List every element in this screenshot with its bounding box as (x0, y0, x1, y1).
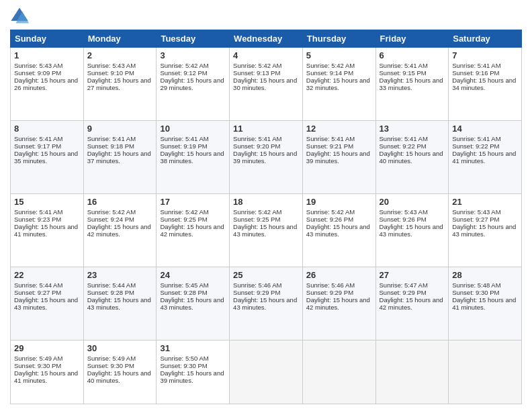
day-number: 20 (380, 197, 445, 207)
daylight-text: Daylight: 15 hours and 40 minutes. (380, 150, 445, 165)
daylight-text: Daylight: 15 hours and 43 minutes. (380, 223, 445, 238)
calendar-cell: 19Sunrise: 5:42 AMSunset: 9:26 PMDayligh… (302, 193, 375, 267)
daylight-text: Daylight: 15 hours and 41 minutes. (452, 296, 518, 311)
calendar-cell: 3Sunrise: 5:42 AMSunset: 9:12 PMDaylight… (157, 48, 230, 121)
sunset-text: Sunset: 9:30 PM (452, 289, 518, 296)
sunrise-text: Sunrise: 5:42 AM (306, 62, 372, 69)
calendar-cell: 14Sunrise: 5:41 AMSunset: 9:22 PMDayligh… (449, 120, 522, 193)
sunrise-text: Sunrise: 5:43 AM (380, 208, 445, 216)
calendar-cell: 18Sunrise: 5:42 AMSunset: 9:25 PMDayligh… (230, 193, 303, 267)
sunrise-text: Sunrise: 5:41 AM (87, 135, 153, 142)
sunrise-text: Sunrise: 5:43 AM (14, 62, 80, 69)
logo (10, 7, 32, 26)
logo-icon (10, 7, 29, 26)
daylight-text: Daylight: 15 hours and 43 minutes. (14, 296, 80, 311)
calendar-cell: 9Sunrise: 5:41 AMSunset: 9:18 PMDaylight… (83, 120, 157, 193)
day-number: 14 (452, 124, 518, 134)
sunset-text: Sunset: 9:25 PM (160, 216, 226, 223)
sunrise-text: Sunrise: 5:49 AM (14, 355, 80, 362)
sunrise-text: Sunrise: 5:41 AM (452, 62, 518, 69)
day-number: 17 (160, 197, 226, 207)
daylight-text: Daylight: 15 hours and 43 minutes. (233, 296, 299, 311)
daylight-text: Daylight: 15 hours and 30 minutes. (233, 77, 299, 91)
day-number: 30 (87, 343, 153, 353)
sunset-text: Sunset: 9:17 PM (14, 142, 80, 150)
daylight-text: Daylight: 15 hours and 42 minutes. (306, 296, 372, 311)
calendar-cell: 1Sunrise: 5:43 AMSunset: 9:09 PMDaylight… (11, 48, 84, 121)
sunset-text: Sunset: 9:29 PM (233, 289, 299, 296)
day-number: 10 (160, 124, 226, 134)
day-number: 12 (306, 124, 372, 134)
sunrise-text: Sunrise: 5:45 AM (160, 281, 226, 289)
sunset-text: Sunset: 9:30 PM (87, 362, 153, 369)
sunrise-text: Sunrise: 5:41 AM (14, 208, 80, 216)
daylight-text: Daylight: 15 hours and 43 minutes. (160, 296, 226, 311)
calendar-cell: 7Sunrise: 5:41 AMSunset: 9:16 PMDaylight… (449, 48, 522, 121)
daylight-text: Daylight: 15 hours and 39 minutes. (306, 150, 372, 165)
sunset-text: Sunset: 9:13 PM (233, 69, 299, 77)
daylight-text: Daylight: 15 hours and 33 minutes. (380, 77, 445, 91)
calendar-cell: 17Sunrise: 5:42 AMSunset: 9:25 PMDayligh… (157, 193, 230, 267)
calendar-cell: 31Sunrise: 5:50 AMSunset: 9:30 PMDayligh… (157, 340, 230, 404)
sunset-text: Sunset: 9:29 PM (306, 289, 372, 296)
day-number: 24 (160, 270, 226, 280)
sunset-text: Sunset: 9:21 PM (306, 142, 372, 150)
calendar-week-4: 22Sunrise: 5:44 AMSunset: 9:27 PMDayligh… (11, 267, 522, 340)
calendar-cell: 11Sunrise: 5:41 AMSunset: 9:20 PMDayligh… (230, 120, 303, 193)
col-header-tuesday: Tuesday (157, 30, 230, 48)
calendar-cell: 13Sunrise: 5:41 AMSunset: 9:22 PMDayligh… (375, 120, 449, 193)
sunrise-text: Sunrise: 5:44 AM (14, 281, 80, 289)
calendar-cell: 4Sunrise: 5:42 AMSunset: 9:13 PMDaylight… (230, 48, 303, 121)
day-number: 1 (14, 50, 80, 60)
sunrise-text: Sunrise: 5:43 AM (452, 208, 518, 216)
calendar-cell: 16Sunrise: 5:42 AMSunset: 9:24 PMDayligh… (83, 193, 157, 267)
daylight-text: Daylight: 15 hours and 43 minutes. (87, 296, 153, 311)
calendar-cell: 28Sunrise: 5:48 AMSunset: 9:30 PMDayligh… (449, 267, 522, 340)
sunrise-text: Sunrise: 5:46 AM (233, 281, 299, 289)
sunrise-text: Sunrise: 5:41 AM (14, 135, 80, 142)
sunset-text: Sunset: 9:14 PM (306, 69, 372, 77)
day-number: 29 (14, 343, 80, 353)
calendar-cell: 24Sunrise: 5:45 AMSunset: 9:28 PMDayligh… (157, 267, 230, 340)
page: SundayMondayTuesdayWednesdayThursdayFrid… (0, 0, 532, 411)
day-number: 7 (452, 50, 518, 60)
day-number: 31 (160, 343, 226, 353)
day-number: 2 (87, 50, 153, 60)
sunrise-text: Sunrise: 5:46 AM (306, 281, 372, 289)
col-header-friday: Friday (375, 30, 449, 48)
col-header-monday: Monday (83, 30, 157, 48)
day-number: 3 (160, 50, 226, 60)
daylight-text: Daylight: 15 hours and 41 minutes. (14, 223, 80, 238)
calendar-cell: 29Sunrise: 5:49 AMSunset: 9:30 PMDayligh… (11, 340, 84, 404)
sunrise-text: Sunrise: 5:50 AM (160, 355, 226, 362)
calendar-cell (449, 340, 522, 404)
calendar-week-5: 29Sunrise: 5:49 AMSunset: 9:30 PMDayligh… (11, 340, 522, 404)
sunset-text: Sunset: 9:10 PM (87, 69, 153, 77)
daylight-text: Daylight: 15 hours and 32 minutes. (306, 77, 372, 91)
calendar-cell: 21Sunrise: 5:43 AMSunset: 9:27 PMDayligh… (449, 193, 522, 267)
sunset-text: Sunset: 9:25 PM (233, 216, 299, 223)
day-number: 6 (380, 50, 445, 60)
day-number: 16 (87, 197, 153, 207)
sunrise-text: Sunrise: 5:41 AM (160, 135, 226, 142)
daylight-text: Daylight: 15 hours and 26 minutes. (14, 77, 80, 91)
sunset-text: Sunset: 9:30 PM (160, 362, 226, 369)
day-number: 15 (14, 197, 80, 207)
sunrise-text: Sunrise: 5:44 AM (87, 281, 153, 289)
calendar-body: 1Sunrise: 5:43 AMSunset: 9:09 PMDaylight… (11, 48, 522, 404)
calendar-week-3: 15Sunrise: 5:41 AMSunset: 9:23 PMDayligh… (11, 193, 522, 267)
daylight-text: Daylight: 15 hours and 42 minutes. (87, 223, 153, 238)
daylight-text: Daylight: 15 hours and 40 minutes. (87, 369, 153, 384)
sunrise-text: Sunrise: 5:42 AM (87, 208, 153, 216)
daylight-text: Daylight: 15 hours and 34 minutes. (452, 77, 518, 91)
calendar-cell: 30Sunrise: 5:49 AMSunset: 9:30 PMDayligh… (83, 340, 157, 404)
daylight-text: Daylight: 15 hours and 43 minutes. (233, 223, 299, 238)
header (10, 7, 522, 26)
sunset-text: Sunset: 9:23 PM (14, 216, 80, 223)
day-number: 28 (452, 270, 518, 280)
day-number: 19 (306, 197, 372, 207)
daylight-text: Daylight: 15 hours and 43 minutes. (452, 223, 518, 238)
calendar-cell: 25Sunrise: 5:46 AMSunset: 9:29 PMDayligh… (230, 267, 303, 340)
daylight-text: Daylight: 15 hours and 39 minutes. (160, 369, 226, 384)
day-number: 8 (14, 124, 80, 134)
